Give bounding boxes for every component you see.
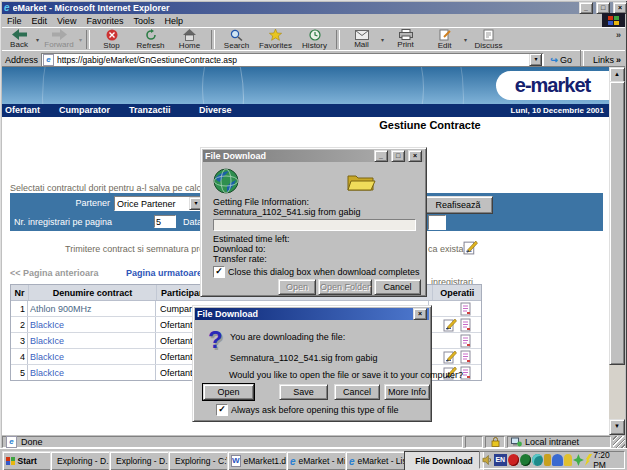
toolbar-chevron-icon[interactable]: » bbox=[616, 30, 621, 40]
links-button[interactable]: Links » bbox=[589, 55, 625, 65]
save-button[interactable]: Save bbox=[279, 384, 328, 400]
clock[interactable]: 7:20 PM bbox=[593, 450, 622, 470]
favorites-button[interactable]: Favorites bbox=[256, 29, 295, 50]
toolbar-separator bbox=[336, 30, 340, 49]
header-nr: Nr bbox=[11, 285, 29, 300]
dialog-close-button[interactable]: × bbox=[413, 308, 427, 320]
stop-button[interactable]: Stop bbox=[92, 29, 131, 50]
edit-button[interactable]: Edit bbox=[425, 29, 464, 50]
agent-teal-icon[interactable] bbox=[532, 454, 543, 466]
minimize-button[interactable]: _ bbox=[579, 2, 593, 14]
taskbar-button-active[interactable]: File Download bbox=[404, 451, 484, 470]
signature-icon[interactable] bbox=[463, 240, 478, 255]
edit-dropdown-icon[interactable]: ▾ bbox=[464, 36, 467, 43]
signature-icon[interactable] bbox=[443, 350, 457, 364]
windows-flag-icon bbox=[6, 457, 15, 466]
mail-dropdown-icon[interactable]: ▾ bbox=[381, 36, 384, 43]
resize-grip[interactable] bbox=[613, 436, 625, 448]
nav-diverse[interactable]: Diverse bbox=[199, 105, 232, 115]
menu-favorites[interactable]: Favorites bbox=[81, 15, 128, 27]
contract-link[interactable]: BlackIce bbox=[28, 317, 156, 332]
cancel-button[interactable]: Cancel bbox=[334, 384, 380, 400]
document-icon[interactable] bbox=[459, 318, 473, 332]
discuss-button[interactable]: Discuss bbox=[469, 29, 508, 50]
menu-view[interactable]: View bbox=[52, 15, 81, 27]
intranet-zone-icon bbox=[511, 437, 522, 447]
file-info-text: Semnatura_1102_541.sig from gabig bbox=[213, 207, 360, 217]
open-folder-button: Open Folder bbox=[318, 279, 372, 295]
back-button[interactable]: Back bbox=[2, 29, 36, 49]
agent-green-icon[interactable] bbox=[520, 454, 531, 466]
question-text: Would you like to open the file or save … bbox=[229, 370, 463, 380]
vertical-scrollbar[interactable]: ▲ ▼ bbox=[609, 67, 625, 435]
signature-icon[interactable] bbox=[443, 318, 457, 332]
contract-link[interactable]: BlackIce bbox=[28, 333, 156, 348]
document-icon[interactable] bbox=[459, 302, 473, 316]
refresh-button[interactable]: Refresh bbox=[131, 29, 170, 50]
menu-tools[interactable]: Tools bbox=[128, 15, 159, 27]
per-page-input[interactable] bbox=[154, 215, 176, 228]
taskbar-button-explorer3[interactable]: Exploring - C:\... bbox=[168, 451, 233, 470]
reafiseaza-button[interactable]: Reafiseazã bbox=[423, 196, 493, 214]
taskbar-button-explorer2[interactable]: Exploring - D... bbox=[109, 451, 174, 470]
always-ask-checkbox[interactable]: ✓ bbox=[216, 404, 228, 416]
home-button[interactable]: Home bbox=[170, 29, 209, 50]
antivirus-icon[interactable] bbox=[508, 454, 519, 466]
dialog-close-button[interactable]: × bbox=[408, 150, 422, 162]
user-yellow-icon[interactable] bbox=[564, 454, 572, 466]
go-button[interactable]: ↪ Go bbox=[547, 55, 575, 65]
address-field[interactable]: e https://gabig/eMarket/GnGestiuneContra… bbox=[41, 53, 544, 67]
nav-tranzactii[interactable]: Tranzactii bbox=[129, 105, 171, 115]
contract-link[interactable]: Athlon 900MHz bbox=[28, 301, 156, 316]
contract-link[interactable]: BlackIce bbox=[28, 349, 156, 364]
dialog-minimize-button[interactable]: _ bbox=[374, 150, 388, 162]
menu-file[interactable]: File bbox=[2, 15, 27, 27]
partener-select[interactable]: Orice Partener ▾ bbox=[114, 196, 204, 211]
history-button[interactable]: History bbox=[295, 29, 334, 50]
scrollbar-thumb[interactable] bbox=[609, 81, 625, 365]
open-button[interactable]: Open bbox=[203, 384, 254, 400]
stop-icon bbox=[106, 29, 118, 41]
dialog-titlebar[interactable]: File Download _ □ × bbox=[203, 150, 424, 162]
more-info-button[interactable]: More Info bbox=[384, 384, 430, 400]
print-button[interactable]: Print bbox=[386, 29, 425, 49]
search-icon bbox=[230, 29, 243, 41]
address-url[interactable]: https://gabig/eMarket/GnGestiuneContract… bbox=[57, 55, 526, 65]
user-blue-icon[interactable] bbox=[552, 454, 563, 466]
dialog-titlebar[interactable]: File Download × bbox=[195, 308, 429, 320]
edit-icon bbox=[439, 29, 451, 41]
document-icon[interactable] bbox=[459, 334, 473, 348]
alert-gold-icon[interactable] bbox=[544, 454, 551, 466]
taskbar-button-explorer1[interactable]: Exploring - D... bbox=[50, 451, 115, 470]
close-when-done-label: Close this dialog box when download comp… bbox=[228, 267, 420, 277]
taskbar-button-ie1[interactable]: e eMarket - Mic... bbox=[286, 451, 351, 470]
toolbar: Back ▾ Forward ▾ Stop Refresh Home Searc… bbox=[2, 27, 625, 50]
scanner-green-icon[interactable] bbox=[573, 454, 584, 466]
dialog-title: File Download bbox=[205, 151, 371, 161]
data-select-fragment[interactable] bbox=[428, 215, 446, 230]
nav-cumparator[interactable]: Cumparator bbox=[59, 105, 110, 115]
power-icon[interactable] bbox=[585, 454, 592, 466]
mail-button[interactable]: Mail bbox=[342, 30, 381, 49]
dialog-restore-button[interactable]: □ bbox=[391, 150, 405, 162]
language-indicator[interactable]: EN bbox=[494, 454, 507, 466]
contract-link[interactable]: BlackIce bbox=[28, 365, 156, 380]
page-icon: e bbox=[6, 436, 17, 448]
menu-edit[interactable]: Edit bbox=[27, 15, 53, 27]
mail-icon bbox=[355, 30, 369, 40]
cancel-button[interactable]: Cancel bbox=[374, 279, 421, 295]
document-icon[interactable] bbox=[459, 350, 473, 364]
start-button[interactable]: Start bbox=[2, 451, 54, 470]
row-nr: 5 bbox=[11, 365, 28, 380]
window-titlebar[interactable]: e eMarket - Microsoft Internet Explorer … bbox=[2, 2, 627, 14]
close-when-done-checkbox[interactable]: ✓ bbox=[213, 266, 225, 278]
address-dropdown-icon[interactable]: ▾ bbox=[529, 53, 542, 66]
search-button[interactable]: Search bbox=[217, 29, 256, 50]
nav-ofertant[interactable]: Ofertant bbox=[5, 105, 40, 115]
volume-icon[interactable] bbox=[482, 454, 493, 466]
taskbar-button-ie2[interactable]: e eMarket - List... bbox=[345, 451, 410, 470]
file-info-text: Semnatura_1102_541.sig from gabig bbox=[230, 353, 377, 363]
scroll-down-icon[interactable]: ▼ bbox=[609, 419, 625, 435]
taskbar-button-word[interactable]: W eMarket1.doc... bbox=[227, 451, 292, 470]
menu-help[interactable]: Help bbox=[159, 15, 188, 27]
